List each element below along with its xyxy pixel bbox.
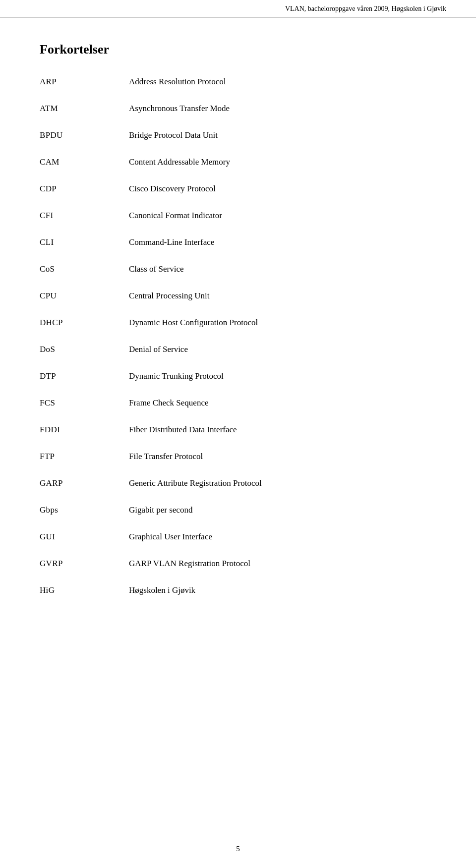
- abbr-definition: Frame Check Sequence: [129, 398, 209, 408]
- abbr-definition: Central Processing Unit: [129, 291, 209, 301]
- abbr-term: ARP: [40, 77, 99, 87]
- abbr-row: ARPAddress Resolution Protocol: [40, 77, 436, 95]
- abbr-term: Gbps: [40, 505, 99, 515]
- abbr-term: GVRP: [40, 559, 99, 569]
- abbr-definition: Address Resolution Protocol: [129, 77, 226, 87]
- abbr-term: BPDU: [40, 130, 99, 140]
- abbr-row: CFICanonical Format Indicator: [40, 211, 436, 229]
- abbr-definition: Asynchronous Transfer Mode: [129, 104, 230, 114]
- abbr-term: CPU: [40, 291, 99, 301]
- abbr-definition: Command-Line Interface: [129, 237, 214, 247]
- abbr-definition: Class of Service: [129, 264, 183, 274]
- abbr-term: DHCP: [40, 318, 99, 328]
- abbr-term: HiG: [40, 585, 99, 595]
- abbr-term: CDP: [40, 184, 99, 194]
- abbreviation-list: ARPAddress Resolution ProtocolATMAsynchr…: [40, 77, 436, 603]
- abbr-definition: Bridge Protocol Data Unit: [129, 130, 218, 140]
- abbr-row: CLICommand-Line Interface: [40, 237, 436, 255]
- abbr-term: CoS: [40, 264, 99, 274]
- abbr-definition: Generic Attribute Registration Protocol: [129, 478, 262, 488]
- page-number: 5: [236, 845, 240, 853]
- abbr-term: DTP: [40, 371, 99, 381]
- abbr-definition: Dynamic Trunking Protocol: [129, 371, 224, 381]
- abbr-row: CoSClass of Service: [40, 264, 436, 282]
- abbr-row: GARPGeneric Attribute Registration Proto…: [40, 478, 436, 496]
- abbr-term: FCS: [40, 398, 99, 408]
- abbr-term: CFI: [40, 211, 99, 221]
- abbr-term: FDDI: [40, 425, 99, 435]
- abbr-definition: Høgskolen i Gjøvik: [129, 585, 195, 595]
- abbr-row: CDPCisco Discovery Protocol: [40, 184, 436, 202]
- abbr-row: DTPDynamic Trunking Protocol: [40, 371, 436, 389]
- abbr-row: CPUCentral Processing Unit: [40, 291, 436, 309]
- abbr-row: DoSDenial of Service: [40, 345, 436, 362]
- abbr-row: FCSFrame Check Sequence: [40, 398, 436, 416]
- abbr-row: FTPFile Transfer Protocol: [40, 452, 436, 469]
- abbr-row: CAMContent Addressable Memory: [40, 157, 436, 175]
- abbr-definition: Fiber Distributed Data Interface: [129, 425, 237, 435]
- abbr-term: GARP: [40, 478, 99, 488]
- abbr-definition: Dynamic Host Configuration Protocol: [129, 318, 258, 328]
- abbr-row: GbpsGigabit per second: [40, 505, 436, 523]
- header-title: VLAN, bacheloroppgave våren 2009, Høgsko…: [285, 5, 446, 12]
- abbr-definition: Cisco Discovery Protocol: [129, 184, 216, 194]
- abbr-row: ATMAsynchronous Transfer Mode: [40, 104, 436, 121]
- abbr-row: GUIGraphical User Interface: [40, 532, 436, 550]
- abbr-definition: Graphical User Interface: [129, 532, 212, 542]
- abbr-definition: GARP VLAN Registration Protocol: [129, 559, 250, 569]
- page-content: Forkortelser ARPAddress Resolution Proto…: [0, 17, 476, 652]
- abbr-definition: Content Addressable Memory: [129, 157, 230, 167]
- abbr-row: DHCPDynamic Host Configuration Protocol: [40, 318, 436, 336]
- abbr-term: DoS: [40, 345, 99, 354]
- abbr-row: HiGHøgskolen i Gjøvik: [40, 585, 436, 603]
- abbr-term: ATM: [40, 104, 99, 114]
- abbr-term: FTP: [40, 452, 99, 462]
- abbr-definition: Denial of Service: [129, 345, 188, 354]
- page-footer: 5: [0, 845, 476, 853]
- abbr-row: GVRPGARP VLAN Registration Protocol: [40, 559, 436, 577]
- page-title: Forkortelser: [40, 42, 436, 57]
- page-header: VLAN, bacheloroppgave våren 2009, Høgsko…: [0, 0, 476, 17]
- abbr-definition: Gigabit per second: [129, 505, 192, 515]
- abbr-definition: Canonical Format Indicator: [129, 211, 222, 221]
- abbr-term: CLI: [40, 237, 99, 247]
- abbr-row: BPDUBridge Protocol Data Unit: [40, 130, 436, 148]
- abbr-term: GUI: [40, 532, 99, 542]
- abbr-row: FDDIFiber Distributed Data Interface: [40, 425, 436, 443]
- abbr-definition: File Transfer Protocol: [129, 452, 203, 462]
- abbr-term: CAM: [40, 157, 99, 167]
